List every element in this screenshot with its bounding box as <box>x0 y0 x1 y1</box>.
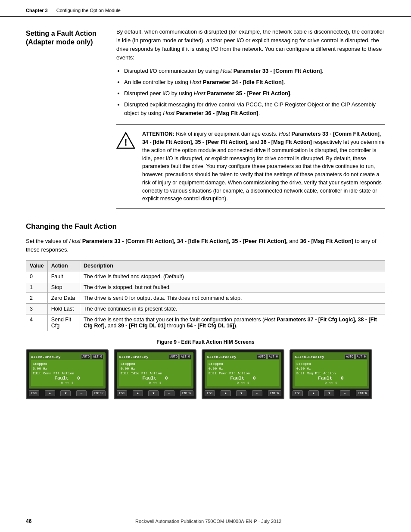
him-btn-enter-3[interactable]: ENTER <box>268 390 281 396</box>
table-row: 3 Hold Last The drive continues in its p… <box>26 304 385 314</box>
him-screen-1: Allen-Bradley AUTO ALT 0 Stopped 0.00 Hz <box>26 349 109 399</box>
him-btn-enter-2[interactable]: ENTER <box>180 390 193 396</box>
him-hz-2: 0.00 Hz <box>121 366 135 371</box>
him-btn-down-3[interactable]: ▼ <box>236 390 246 396</box>
table-cell-desc: The drive is sent 0 for output data. Thi… <box>80 293 385 304</box>
him-btn-left-2[interactable]: ← <box>164 390 174 396</box>
chapter-title: Configuring the Option Module <box>56 8 121 13</box>
table-cell-action: Zero Data <box>47 293 80 304</box>
table-cell-value: 1 <box>26 282 48 293</box>
him-btn-esc-4[interactable]: ESC <box>293 390 303 396</box>
table-cell-action: Stop <box>47 282 80 293</box>
section1-title: Setting a Fault Action (Adapter mode onl… <box>26 29 106 47</box>
table-cell-desc: The drive continues in its present state… <box>80 304 385 314</box>
table-row: 4 Send Flt Cfg The drive is sent the dat… <box>26 314 385 331</box>
him-brand-2: Allen-Bradley <box>119 355 149 359</box>
him-btn-down-4[interactable]: ▼ <box>324 390 334 396</box>
him-screen-3: Allen-Bradley AUTO ALT 0 Stopped 0.00 Hz <box>202 349 284 399</box>
table-cell-action: Fault <box>47 271 80 282</box>
him-btn-esc-2[interactable]: ESC <box>117 390 127 396</box>
him-edit-label-1: Edit Comm Flt Action <box>33 371 102 375</box>
him-btn-up-4[interactable]: ▲ <box>308 390 319 396</box>
page: Chapter 3 Configuring the Option Module … <box>0 0 411 532</box>
him-edit-label-2: Edit Idle Flt Action <box>121 371 190 375</box>
him-brand-3: Allen-Bradley <box>207 355 237 359</box>
him-btn-left-1[interactable]: ← <box>76 390 87 396</box>
him-btn-enter-1[interactable]: ENTER <box>92 390 106 396</box>
him-screen-4: Allen-Bradley AUTO ALT 0 Stopped 0.00 Hz <box>290 349 372 399</box>
him-status-3: Stopped <box>209 361 223 366</box>
bullet-3: Disrupted peer I/O by using Host Paramet… <box>124 89 385 98</box>
him-btn-down-1[interactable]: ▼ <box>60 390 71 396</box>
section1-left: Setting a Fault Action (Adapter mode onl… <box>26 28 116 215</box>
fault-action-table: Value Action Description 0 Fault The dri… <box>26 260 385 331</box>
table-row: 0 Fault The drive is faulted and stopped… <box>26 271 385 282</box>
him-value-1: Fault 0 <box>33 376 102 381</box>
table-cell-value: 3 <box>26 304 48 314</box>
him-hz-1: 0.00 Hz <box>33 366 47 371</box>
table-cell-desc: The drive is stopped, but not faulted. <box>80 282 385 293</box>
page-footer: 46 Rockwell Automation Publication 750CO… <box>0 518 411 524</box>
section2-title: Changing the Fault Action <box>26 222 385 231</box>
bullet-4: Disrupted explicit messaging for drive c… <box>124 100 385 118</box>
him-value-4: Fault 0 <box>296 376 365 381</box>
bullet-1: Disrupted I/O communication by using Hos… <box>124 67 385 75</box>
warning-icon: ! <box>116 131 135 150</box>
table-cell-action: Send Flt Cfg <box>47 314 80 331</box>
section1-right: By default, when communication is disrup… <box>116 28 385 215</box>
table-row: 1 Stop The drive is stopped, but not fau… <box>26 282 385 293</box>
him-btn-up-2[interactable]: ▲ <box>133 390 143 396</box>
him-sub-1: 0 << 4 <box>33 381 102 385</box>
him-edit-label-3: Edit Peer Flt Action <box>209 371 277 375</box>
section2-content: Changing the Fault Action Set the values… <box>0 215 411 399</box>
bullet-2: An idle controller by using Host Paramet… <box>124 78 385 87</box>
table-cell-value: 4 <box>26 314 48 331</box>
him-sub-4: 0 << 4 <box>296 381 365 385</box>
him-hz-4: 0.00 Hz <box>296 366 311 371</box>
him-edit-label-4: Edit Msg Flt Action <box>296 371 365 375</box>
table-header-value: Value <box>26 261 48 271</box>
figure-caption: Figure 9 - Edit Fault Action HIM Screens <box>26 339 385 345</box>
him-value-3: Fault 0 <box>209 376 277 381</box>
table-cell-value: 0 <box>26 271 48 282</box>
him-value-2: Fault 0 <box>121 376 190 381</box>
him-status-2: Stopped <box>121 361 135 366</box>
him-screens-row: Allen-Bradley AUTO ALT 0 Stopped 0.00 Hz <box>26 349 385 399</box>
section1-bullets: Disrupted I/O communication by using Hos… <box>124 67 385 118</box>
him-badge-alt-4: ALT 0 <box>355 354 367 359</box>
page-header: Chapter 3 Configuring the Option Module <box>0 0 411 17</box>
him-btn-up-3[interactable]: ▲ <box>221 390 231 396</box>
him-btn-up-1[interactable]: ▲ <box>45 390 55 396</box>
him-btn-left-3[interactable]: ← <box>252 390 262 396</box>
table-header-action: Action <box>47 261 80 271</box>
table-cell-value: 2 <box>26 293 48 304</box>
him-status-1: Stopped <box>33 361 47 366</box>
chapter-label: Chapter 3 <box>26 8 48 13</box>
him-badge-auto-3: AUTO <box>257 354 267 359</box>
him-badge-auto-1: AUTO <box>81 354 91 359</box>
him-btn-esc-3[interactable]: ESC <box>205 390 215 396</box>
him-status-4: Stopped <box>296 361 311 366</box>
him-badge-auto-4: AUTO <box>345 354 355 359</box>
him-btn-esc-1[interactable]: ESC <box>29 390 39 396</box>
him-brand-4: Allen-Bradley <box>295 355 324 359</box>
him-buttons-2: ESC ▲ ▼ ← ENTER <box>117 390 193 396</box>
table-cell-action: Hold Last <box>47 304 80 314</box>
him-hz-3: 0.00 Hz <box>209 366 223 371</box>
him-btn-left-4[interactable]: ← <box>340 390 350 396</box>
svg-text:!: ! <box>124 137 127 148</box>
him-badge-alt-2: ALT 0 <box>180 354 191 359</box>
him-btn-enter-4[interactable]: ENTER <box>356 390 369 396</box>
table-row: 2 Zero Data The drive is sent 0 for outp… <box>26 293 385 304</box>
him-sub-2: 0 << 4 <box>121 381 190 385</box>
him-badge-auto-2: AUTO <box>169 354 179 359</box>
section1-intro: By default, when communication is disrup… <box>116 28 385 62</box>
him-badge-alt-3: ALT 0 <box>268 354 279 359</box>
him-badge-alt-1: ALT 0 <box>92 354 103 359</box>
attention-text: ATTENTION: Risk of injury or equipment d… <box>142 130 385 203</box>
table-cell-desc: The drive is sent the data that you set … <box>80 314 385 331</box>
table-header-description: Description <box>80 261 385 271</box>
him-btn-down-2[interactable]: ▼ <box>148 390 159 396</box>
footer-publication: Rockwell Automation Publication 750COM-U… <box>135 519 281 524</box>
him-screen-2: Allen-Bradley AUTO ALT 0 Stopped 0.00 Hz <box>114 349 196 399</box>
